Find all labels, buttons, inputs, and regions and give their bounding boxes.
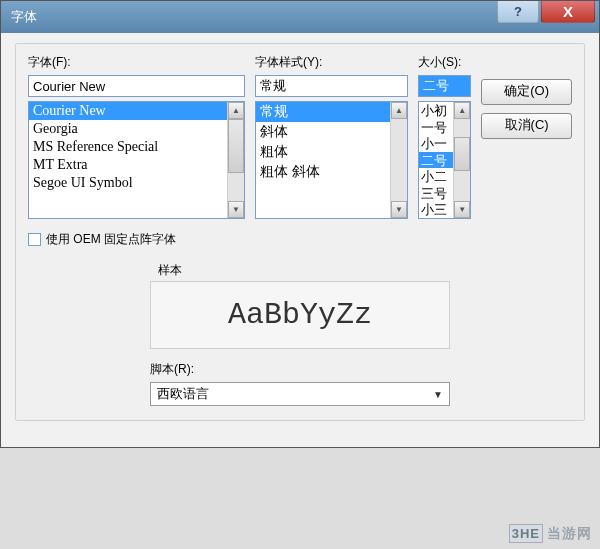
font-scrollbar[interactable]: ▲ ▼ bbox=[227, 102, 244, 218]
style-list-item[interactable]: 粗体 bbox=[256, 142, 390, 162]
font-listbox[interactable]: Courier NewGeorgiaMS Reference SpecialMT… bbox=[28, 101, 245, 219]
sample-preview: AaBbYyZz bbox=[150, 281, 450, 349]
watermark-logo: 3HE bbox=[509, 524, 543, 543]
help-button[interactable]: ? bbox=[497, 1, 539, 23]
size-list-item[interactable]: 三号 bbox=[419, 185, 453, 202]
style-list-item[interactable]: 斜体 bbox=[256, 122, 390, 142]
font-input[interactable] bbox=[28, 75, 245, 97]
watermark: 3HE 当游网 bbox=[509, 524, 592, 543]
size-list-item[interactable]: 小二 bbox=[419, 168, 453, 185]
font-list-item[interactable]: Segoe UI Symbol bbox=[29, 174, 227, 192]
scroll-down-icon[interactable]: ▼ bbox=[228, 201, 244, 218]
font-dialog: 字体 ? X 字体(F): Courier NewGeorgiaMS Refer… bbox=[0, 0, 600, 448]
close-button[interactable]: X bbox=[541, 1, 595, 23]
font-list-item[interactable]: MS Reference Special bbox=[29, 138, 227, 156]
scroll-thumb[interactable] bbox=[228, 119, 244, 173]
font-list-item[interactable]: Courier New bbox=[29, 102, 227, 120]
font-label: 字体(F): bbox=[28, 54, 245, 71]
window-controls: ? X bbox=[497, 1, 599, 33]
button-column: 确定(O) 取消(C) bbox=[481, 54, 572, 219]
size-list-item[interactable]: 小三 bbox=[419, 201, 453, 218]
size-list-item[interactable]: 小一 bbox=[419, 135, 453, 152]
cancel-button[interactable]: 取消(C) bbox=[481, 113, 572, 139]
script-area: 脚本(R): 西欧语言 ▼ bbox=[150, 361, 450, 406]
style-column: 字体样式(Y): 常规斜体粗体粗体 斜体 ▲ ▼ bbox=[255, 54, 408, 219]
size-listbox[interactable]: 小初一号小一二号小二三号小三 ▲ ▼ bbox=[418, 101, 471, 219]
scroll-up-icon[interactable]: ▲ bbox=[391, 102, 407, 119]
style-input[interactable] bbox=[255, 75, 408, 97]
font-list-item[interactable]: Georgia bbox=[29, 120, 227, 138]
font-list-item[interactable]: MT Extra bbox=[29, 156, 227, 174]
chevron-down-icon: ▼ bbox=[433, 389, 443, 400]
oem-checkbox[interactable] bbox=[28, 233, 41, 246]
window-title: 字体 bbox=[11, 8, 37, 26]
watermark-text: 当游网 bbox=[547, 525, 592, 543]
script-combobox[interactable]: 西欧语言 ▼ bbox=[150, 382, 450, 406]
size-list-item[interactable]: 二号 bbox=[419, 152, 453, 169]
scroll-up-icon[interactable]: ▲ bbox=[454, 102, 470, 119]
style-label: 字体样式(Y): bbox=[255, 54, 408, 71]
size-input[interactable] bbox=[418, 75, 471, 97]
main-panel: 字体(F): Courier NewGeorgiaMS Reference Sp… bbox=[15, 43, 585, 421]
scroll-thumb[interactable] bbox=[454, 137, 470, 171]
size-list-item[interactable]: 一号 bbox=[419, 119, 453, 136]
size-column: 大小(S): 小初一号小一二号小二三号小三 ▲ ▼ bbox=[418, 54, 471, 219]
scroll-down-icon[interactable]: ▼ bbox=[454, 201, 470, 218]
dialog-body: 字体(F): Courier NewGeorgiaMS Reference Sp… bbox=[1, 33, 599, 447]
ok-button[interactable]: 确定(O) bbox=[481, 79, 572, 105]
style-list-item[interactable]: 常规 bbox=[256, 102, 390, 122]
font-column: 字体(F): Courier NewGeorgiaMS Reference Sp… bbox=[28, 54, 245, 219]
script-label: 脚本(R): bbox=[150, 361, 450, 378]
oem-label: 使用 OEM 固定点阵字体 bbox=[46, 231, 176, 248]
scroll-up-icon[interactable]: ▲ bbox=[228, 102, 244, 119]
size-list-item[interactable]: 小初 bbox=[419, 102, 453, 119]
script-value: 西欧语言 bbox=[157, 385, 209, 403]
size-label: 大小(S): bbox=[418, 54, 471, 71]
scroll-down-icon[interactable]: ▼ bbox=[391, 201, 407, 218]
titlebar[interactable]: 字体 ? X bbox=[1, 1, 599, 33]
style-list-item[interactable]: 粗体 斜体 bbox=[256, 162, 390, 182]
sample-label: 样本 bbox=[158, 262, 450, 279]
oem-checkbox-row[interactable]: 使用 OEM 固定点阵字体 bbox=[28, 231, 572, 248]
size-scrollbar[interactable]: ▲ ▼ bbox=[453, 102, 470, 218]
style-scrollbar[interactable]: ▲ ▼ bbox=[390, 102, 407, 218]
style-listbox[interactable]: 常规斜体粗体粗体 斜体 ▲ ▼ bbox=[255, 101, 408, 219]
sample-area: 样本 AaBbYyZz bbox=[150, 262, 450, 349]
